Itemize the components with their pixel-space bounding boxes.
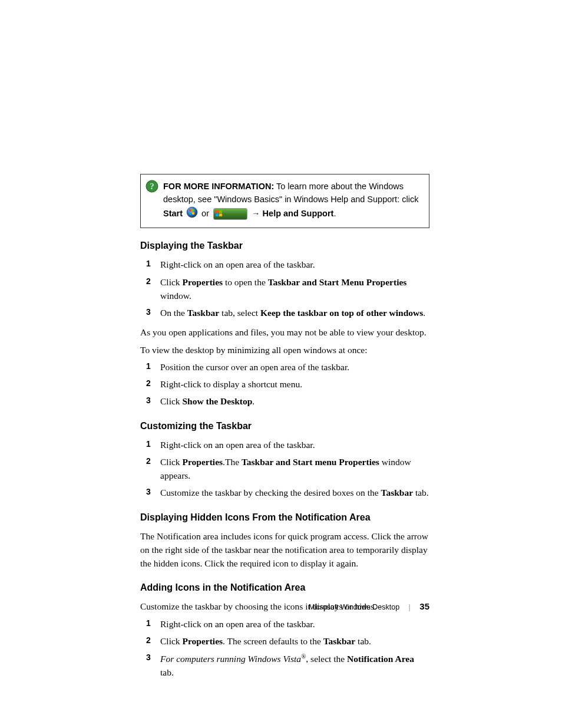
heading-displaying-taskbar: Displaying the Taskbar	[140, 239, 429, 253]
svg-rect-8	[219, 210, 222, 213]
start-orb-icon	[186, 206, 198, 222]
page-number: 35	[419, 601, 429, 611]
list-item: 2Click Properties. The screen defaults t…	[140, 634, 429, 648]
list-item: 3For computers running Windows Vista®, s…	[140, 651, 429, 680]
list-item: 3On the Taskbar tab, select Keep the tas…	[140, 306, 429, 319]
svg-rect-9	[216, 213, 219, 216]
start-text: Start	[163, 209, 183, 218]
list-item: 1Right-click on an open area of the task…	[140, 258, 429, 271]
body-paragraph: The Notification area includes icons for…	[140, 529, 429, 571]
list-item: 1Position the cursor over an open area o…	[140, 360, 429, 374]
info-box: ? FOR MORE INFORMATION: To learn more ab…	[140, 174, 429, 228]
heading-customizing-taskbar: Customizing the Taskbar	[140, 419, 429, 433]
svg-point-2	[187, 207, 197, 218]
help-icon: ?	[146, 180, 158, 197]
svg-rect-10	[219, 213, 222, 216]
list-item: 2Click Properties to open the Taskbar an…	[140, 275, 429, 303]
list-item: 2Right-click to display a shortcut menu.	[140, 377, 429, 391]
info-label: FOR MORE INFORMATION:	[163, 182, 274, 191]
document-page: ? FOR MORE INFORMATION: To learn more ab…	[0, 0, 562, 728]
list-item: 3Customize the taskbar by checking the d…	[140, 486, 429, 499]
help-support-text: Help and Support	[263, 209, 334, 218]
page-footer: Microsoft Windows Desktop | 35	[309, 600, 429, 614]
list-displaying-taskbar: 1Right-click on an open area of the task…	[140, 258, 429, 319]
body-paragraph: To view the desktop by minimizing all op…	[140, 343, 429, 357]
svg-rect-6	[192, 212, 194, 215]
svg-rect-5	[189, 212, 191, 215]
info-text: FOR MORE INFORMATION: To learn more abou…	[163, 180, 422, 222]
heading-hidden-icons: Displaying Hidden Icons From the Notific…	[140, 510, 429, 525]
svg-rect-7	[216, 210, 219, 213]
start-button-icon	[213, 208, 247, 220]
svg-text:?: ?	[150, 182, 154, 191]
list-minimize-windows: 1Position the cursor over an open area o…	[140, 360, 429, 409]
list-item: 2Click Properties.The Taskbar and Start …	[140, 455, 429, 483]
list-item: 3Click Show the Desktop.	[140, 394, 429, 408]
list-item: 1Right-click on an open area of the task…	[140, 617, 429, 631]
list-customizing-taskbar: 1Right-click on an open area of the task…	[140, 438, 429, 500]
list-item: 1Right-click on an open area of the task…	[140, 438, 429, 452]
svg-rect-4	[192, 209, 194, 212]
svg-rect-3	[189, 209, 191, 212]
list-adding-icons: 1Right-click on an open area of the task…	[140, 617, 429, 680]
body-paragraph: As you open applications and files, you …	[140, 325, 429, 339]
arrow-icon: →	[252, 209, 263, 218]
footer-separator: |	[409, 602, 411, 613]
footer-title: Microsoft Windows Desktop	[309, 603, 399, 611]
heading-adding-icons: Adding Icons in the Notification Area	[140, 581, 429, 595]
